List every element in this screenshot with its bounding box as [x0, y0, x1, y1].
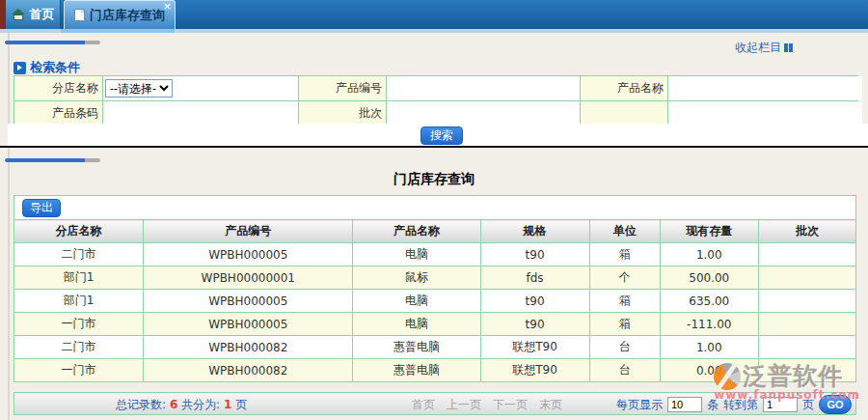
record-summary: 总记录数: 6 共分为: 1 页	[116, 397, 247, 413]
table-cell: 部门1	[14, 266, 144, 290]
tab-home[interactable]: 首页	[6, 0, 61, 29]
table-cell: 一门市	[14, 359, 144, 382]
table-cell: 0.00	[660, 359, 758, 382]
table-row: 一门市 WPBH000005 电脑 t90 箱 -111.00	[14, 313, 856, 336]
progress-divider-middle	[5, 158, 100, 162]
table-cell	[758, 359, 855, 382]
goto-page-label: 转到第	[723, 397, 758, 413]
tabbar-bottom-strip-accent	[61, 29, 175, 33]
table-header-row: 分店名称 产品编号 产品名称 规格 单位 现有存量 批次	[14, 220, 856, 243]
prev-page-link[interactable]: 上一页	[447, 397, 481, 413]
total-records-value: 6	[170, 398, 177, 411]
table-cell: WPBH00000001	[144, 266, 353, 290]
table-cell: 二门市	[14, 243, 144, 266]
product-no-input[interactable]	[387, 76, 580, 100]
table-cell: t90	[480, 290, 589, 313]
branch-name-cell: --请选择--	[103, 76, 298, 100]
column-header-product-name: 产品名称	[353, 220, 480, 243]
toolbar: 导出	[14, 195, 856, 220]
table-cell: 联想T90	[480, 336, 589, 359]
table-cell	[758, 290, 855, 313]
product-name-input[interactable]	[668, 76, 862, 100]
table-cell: 个	[589, 266, 660, 290]
pagination-links: 首页 上一页 下一页 末页	[412, 397, 562, 413]
table-cell: 台	[589, 336, 660, 359]
batch-input[interactable]	[387, 101, 580, 126]
tab-store-inventory-query[interactable]: 门店库存查询 ×	[64, 0, 176, 29]
close-icon[interactable]: ×	[163, 1, 172, 12]
table-cell: 1.00	[660, 243, 758, 266]
document-icon	[74, 9, 85, 21]
collapse-icon	[784, 43, 793, 52]
table-cell	[758, 313, 855, 336]
go-button[interactable]: GO	[819, 395, 852, 414]
collapse-columns-link[interactable]: 收起栏目	[735, 40, 793, 56]
page-controls: 每页显示 条 转到第 页 GO	[616, 395, 852, 414]
table-cell: 电脑	[353, 290, 480, 313]
home-icon	[12, 9, 25, 20]
table-cell: 1.00	[660, 336, 758, 359]
column-header-spec: 规格	[480, 220, 589, 243]
empty-label-cell	[581, 101, 667, 126]
tab-active-label: 门店库存查询	[90, 7, 165, 24]
collapse-columns-label: 收起栏目	[735, 40, 781, 56]
goto-page-unit: 页	[802, 397, 814, 413]
table-row: 部门1 WPBH000005 电脑 t90 箱 635.00	[14, 290, 856, 313]
table-cell: WPBH000082	[144, 359, 353, 382]
table-cell: t90	[480, 243, 589, 266]
column-header-unit: 单位	[589, 220, 660, 243]
per-page-input[interactable]	[667, 397, 702, 412]
table-cell: WPBH000005	[144, 290, 353, 313]
product-no-label: 产品编号	[299, 76, 386, 100]
next-page-link[interactable]: 下一页	[493, 397, 528, 413]
barcode-input[interactable]	[103, 101, 298, 126]
total-pages-label: 共分为:	[181, 398, 220, 411]
table-cell: 电脑	[353, 313, 480, 336]
barcode-cell	[103, 101, 298, 126]
column-header-batch: 批次	[758, 220, 855, 243]
column-header-stock: 现有存量	[660, 220, 758, 243]
table-cell: 箱	[589, 290, 660, 313]
column-header-product-no: 产品编号	[144, 220, 353, 243]
total-pages-value: 1	[224, 398, 231, 411]
per-page-label: 每页显示	[616, 397, 663, 413]
table-row: 二门市 WPBH000082 惠普电脑 联想T90 台 1.00	[14, 336, 856, 359]
branch-name-select[interactable]: --请选择--	[105, 79, 173, 98]
table-cell: WPBH000005	[144, 313, 353, 336]
table-cell: WPBH000005	[144, 243, 353, 266]
table-row: 部门1 WPBH00000001 鼠标 fds 个 500.00	[14, 266, 856, 290]
product-name-label: 产品名称	[581, 76, 667, 100]
goto-page-input[interactable]	[763, 397, 798, 412]
tab-home-label: 首页	[30, 6, 55, 23]
table-cell: 惠普电脑	[353, 359, 480, 382]
table-cell	[758, 336, 855, 359]
table-cell: -111.00	[660, 313, 758, 336]
search-section-header: 检索条件	[14, 59, 80, 76]
table-cell: 500.00	[660, 266, 758, 290]
table-cell: fds	[480, 266, 589, 290]
empty-input-cell	[668, 101, 862, 126]
first-page-link[interactable]: 首页	[412, 397, 435, 413]
search-button[interactable]: 搜索	[420, 126, 463, 145]
table-cell: 惠普电脑	[353, 336, 480, 359]
pages-unit: 页	[235, 398, 247, 411]
table-cell: 鼠标	[353, 266, 480, 290]
product-no-cell	[387, 76, 580, 100]
table-row: 二门市 WPBH000005 电脑 t90 箱 1.00	[14, 243, 856, 266]
product-name-cell	[668, 76, 862, 100]
column-header-branch: 分店名称	[14, 220, 144, 243]
table-cell: 台	[589, 359, 660, 382]
search-form: 分店名称 --请选择-- 产品编号 产品名称 产品条码 批次	[14, 75, 858, 126]
tab-bar: 首页 门店库存查询 ×	[0, 0, 868, 29]
content-left-border	[8, 33, 10, 420]
table-cell: 联想T90	[480, 359, 589, 382]
table-cell: t90	[480, 313, 589, 336]
last-page-link[interactable]: 末页	[539, 397, 562, 413]
table-cell: WPBH000082	[144, 336, 353, 359]
export-button[interactable]: 导出	[22, 199, 61, 217]
divider	[0, 146, 868, 148]
table-cell: 部门1	[14, 290, 144, 313]
table-cell: 电脑	[353, 243, 480, 266]
table-cell	[758, 243, 855, 266]
barcode-label: 产品条码	[14, 101, 102, 126]
